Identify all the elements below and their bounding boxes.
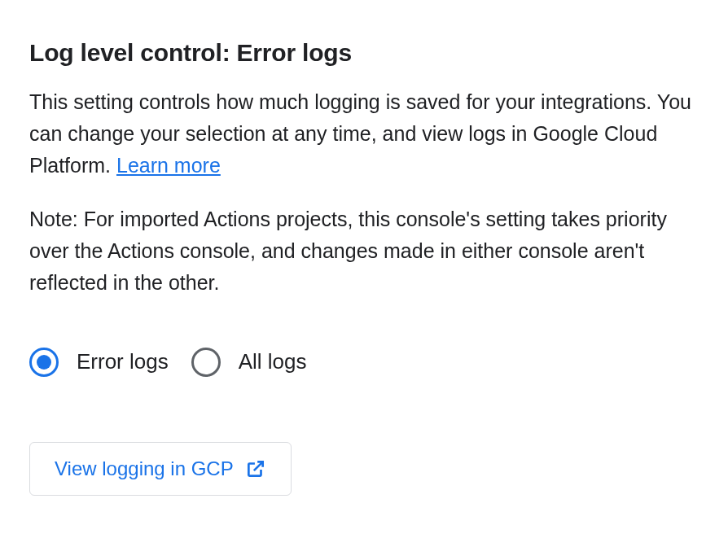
radio-unselected-icon [191, 348, 221, 377]
view-logging-gcp-button[interactable]: View logging in GCP [29, 442, 292, 496]
radio-option-all-logs[interactable]: All logs [191, 348, 307, 377]
learn-more-link[interactable]: Learn more [116, 154, 221, 177]
view-button-label: View logging in GCP [55, 457, 234, 480]
log-level-radio-group: Error logs All logs [29, 348, 699, 377]
log-level-heading: Log level control: Error logs [29, 39, 699, 67]
radio-selected-icon [29, 348, 59, 377]
log-level-note: Note: For imported Actions projects, thi… [29, 203, 699, 298]
radio-option-error-logs[interactable]: Error logs [29, 348, 169, 377]
external-link-icon [245, 458, 266, 479]
radio-label-error-logs: Error logs [77, 349, 169, 374]
log-level-description: This setting controls how much logging i… [29, 86, 699, 181]
radio-label-all-logs: All logs [239, 349, 307, 374]
